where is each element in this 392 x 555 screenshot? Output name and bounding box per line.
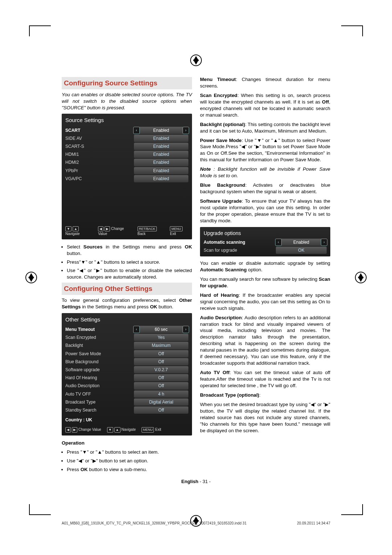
osd-value[interactable]: Maximum [134,342,188,349]
osd-label: Scan for upgrade [204,247,276,253]
osd-row[interactable]: BacklightMaximum [62,341,192,349]
nav-hint: ▼▲Navigate [65,226,92,236]
osd-row[interactable]: VGA/PCEnabled [62,175,192,183]
heading-source-settings: Configuring Source Settings [62,77,192,89]
indd-footer: A01_MB60_[GB]_1910UK_IDTV_TC_PVR_NICKEL1… [62,521,330,525]
osd-label: Broadcast Type [65,399,134,405]
ok-button[interactable]: OK [276,247,327,254]
osd-value[interactable]: ‹ Enabled › [276,239,327,246]
osd-label: YPbPr [65,168,134,174]
osd-label: Auto TV OFF [65,391,134,397]
crop-mark [341,25,363,26]
para-auto-enable: You can enable or disable automatic upgr… [200,260,330,273]
osd-value[interactable]: Enabled [134,159,188,166]
arrow-right-icon[interactable]: › [183,326,189,333]
manual-page: Configuring Source Settings You can enab… [0,0,392,555]
osd-footer: ▼▲Navigate ◀▶Change Value RET/BACKBack M… [62,223,192,238]
registration-mark-icon [355,272,367,283]
osd-row[interactable]: HDMI1Enabled [62,150,192,158]
osd-row[interactable]: Menu Timeout ‹ 60 sec › [62,325,192,333]
osd-row[interactable]: Broadcast TypeDigital Aerial [62,398,192,406]
osd-other-settings: Other Settings Menu Timeout ‹ 60 sec › S… [62,313,192,436]
osd-value[interactable]: Off [134,350,188,357]
registration-mark-icon [190,54,202,66]
crop-mark [29,504,30,515]
operation-bullets: Press "▼" or "▲" buttons to select an it… [62,449,192,473]
osd-label: Standby Search [65,407,134,413]
page-footer: English - 31 - [62,479,330,484]
osd-country: Country : UK [62,414,192,424]
para-backlight: Backlight (optional): This setting contr… [200,121,330,134]
osd-title: Source Settings [62,114,192,126]
para-broadcast-type: When you set the desired broadcast type … [200,401,330,434]
osd-footer: ◀▶Change Value ▼▲Navigate MENUExit [62,424,192,434]
osd-row[interactable]: Audio DescriptionOff [62,382,192,390]
osd-value[interactable]: Enabled [134,167,188,174]
para-hoh: Hard of Hearing: If the broadcaster enab… [200,292,330,312]
arrow-left-icon[interactable]: ‹ [275,239,282,246]
para-software-upgrade: Software Upgrade: To ensure that your TV… [200,198,330,224]
osd-value[interactable]: Enabled [134,143,188,150]
exit-hint: MENUExit [170,226,188,236]
osd-value[interactable]: Off [134,358,188,365]
osd-row[interactable]: Software upgradeV.0.2.7 [62,366,192,374]
indd-filename: A01_MB60_[GB]_1910UK_IDTV_TC_PVR_NICKEL1… [62,521,246,525]
osd-value[interactable]: Off [134,406,188,414]
osd-value[interactable]: Digital Aerial [134,398,188,406]
crop-mark [341,514,363,515]
crop-mark [29,25,51,26]
osd-title: Other Settings [62,313,192,325]
arrow-right-icon[interactable]: › [321,239,327,246]
osd-value[interactable]: Enabled [134,151,188,158]
osd-value[interactable]: ‹ 60 sec › [134,326,188,333]
osd-value[interactable]: Enabled [134,175,188,182]
osd-row[interactable]: Hard Of HearingOff [62,374,192,382]
osd-row[interactable]: Auto TV OFF4 h [62,390,192,398]
bullet: Use "◀" or "▶" button to set an option. [67,458,192,464]
osd-label: HDMI2 [65,159,134,165]
osd-row[interactable]: YPbPrEnabled [62,167,192,175]
osd-value[interactable]: Yes [134,334,188,341]
arrow-left-icon[interactable]: ‹ [133,326,140,333]
osd-row[interactable]: Standby SearchOff [62,406,192,414]
osd-row[interactable]: SIDE AVEnabled [62,134,192,142]
osd-value[interactable]: Off [134,382,188,389]
para-power-save: Power Save Mode: Use "▼" or "▲" button t… [200,137,330,163]
indd-date: 20.09.2011 14:34:47 [297,521,330,525]
osd-row-auto-scan[interactable]: Automatic scanning ‹ Enabled › [200,238,330,246]
nav-hint: ▼▲Navigate [107,427,136,432]
change-hint: ◀▶Change Value [65,427,101,432]
change-hint: ◀▶Change Value [98,226,132,236]
osd-label: Software upgrade [65,367,134,373]
osd-value[interactable]: Off [134,374,188,381]
osd-value[interactable]: V.0.2.7 [134,366,188,373]
osd-value-text: Enabled [153,128,169,133]
osd-upgrade-options: Upgrade options Automatic scanning ‹ Ena… [200,227,330,256]
osd-value[interactable]: ‹ Enabled › [134,127,188,134]
osd-row[interactable]: HDMI2Enabled [62,158,192,166]
source-bullets: Select Sources in the Settings menu and … [62,244,192,281]
note-backlight: Note : Backlight function will be invisi… [200,166,330,179]
osd-value[interactable]: Enabled [134,135,188,142]
para-auto-tv-off: Auto TV Off: You can set the timeout val… [200,369,330,389]
arrow-right-icon[interactable]: › [183,127,189,134]
back-hint: RET/BACKBack [138,226,164,236]
osd-row[interactable]: Scan EncryptedYes [62,333,192,341]
osd-row[interactable]: Blue BackgroundOff [62,358,192,366]
intro-source: You can enables or disable selected sour… [62,92,192,111]
osd-value-text: 60 sec [155,327,167,332]
osd-label: SCART-S [65,143,134,149]
bullet: Press"▼" or "▲" buttons to select a sour… [67,259,192,266]
heading-operation: Operation [62,440,192,446]
osd-row-scart[interactable]: SCART ‹ Enabled › [62,126,192,134]
osd-row[interactable]: SCART-SEnabled [62,142,192,150]
crop-mark [362,25,363,36]
osd-label: Automatic scanning [204,239,276,245]
osd-row-scan-upgrade[interactable]: Scan for upgrade OK [200,246,330,254]
osd-title: Upgrade options [200,228,330,238]
osd-row[interactable]: Power Save ModeOff [62,350,192,358]
exit-hint: MENUExit [142,427,161,432]
para-broadcast-type-label: Broadcast Type (optional): [200,392,330,398]
osd-value[interactable]: 4 h [134,390,188,398]
arrow-left-icon[interactable]: ‹ [133,127,140,134]
